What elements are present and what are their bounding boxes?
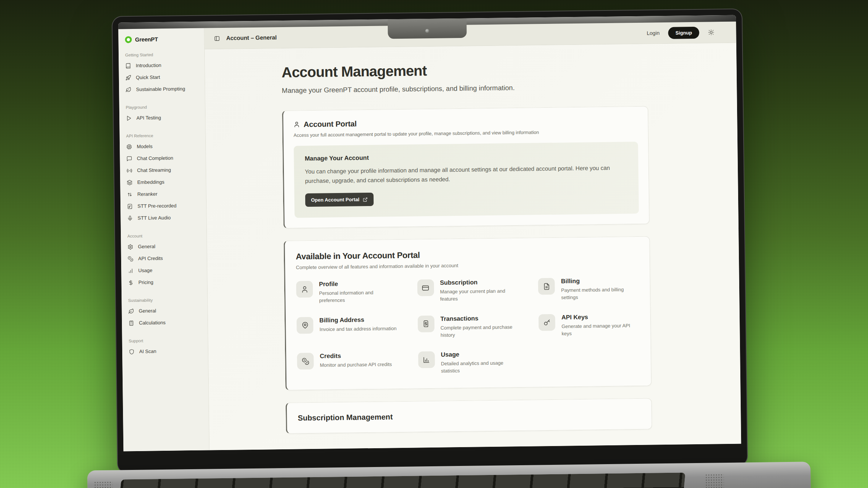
user-icon (296, 281, 313, 298)
sidebar-item-account-usage[interactable]: Usage (127, 264, 203, 277)
book-icon (125, 63, 131, 69)
gear-icon (127, 244, 133, 250)
feature-description: Invoice and tax address information (319, 325, 396, 333)
sidebar-item-api-reference-models[interactable]: Models (125, 140, 202, 153)
sidebar-item-account-general[interactable]: General (127, 240, 203, 253)
coins-icon (297, 353, 314, 370)
sidebar-section-label: API Reference (126, 133, 202, 138)
sidebar-section-label: Account (127, 233, 203, 239)
open-account-portal-label: Open Account Portal (311, 197, 359, 203)
sort-arrows-icon (127, 192, 133, 197)
content-scroll-area[interactable]: Account Management Manage your GreenPT a… (205, 43, 741, 450)
play-icon (126, 115, 132, 121)
file-text-icon (538, 278, 555, 295)
sidebar-item-getting-started-quick-start[interactable]: Quick Start (125, 71, 201, 84)
panel-left-icon[interactable] (214, 35, 220, 42)
feature-api-keys: API KeysGenerate and manage your API key… (539, 313, 639, 338)
sidebar-section-getting-started: Getting StartedIntroductionQuick StartSu… (124, 52, 201, 96)
subscription-management-card: Subscription Management (286, 398, 652, 433)
sidebar-item-api-reference-stt-pre-recorded[interactable]: STT Pre-recorded (126, 200, 203, 213)
layers-icon (127, 180, 132, 185)
sidebar-section-label: Getting Started (125, 52, 201, 57)
sidebar-section-label: Support (129, 338, 204, 343)
dollar-icon (128, 280, 134, 286)
sidebar-item-api-reference-stt-live-audio[interactable]: STT Live Audio (126, 211, 203, 224)
sidebar: GreenPT Getting StartedIntroductionQuick… (118, 28, 209, 451)
account-portal-card: Account Portal Access your full account … (282, 106, 650, 229)
feature-title: Billing Address (319, 316, 396, 324)
mic-icon (127, 215, 133, 221)
greenpt-logo-icon (125, 36, 132, 43)
feature-title: Transactions (441, 314, 519, 323)
sidebar-item-account-api-credits[interactable]: API Credits (127, 252, 203, 265)
signup-button[interactable]: Signup (668, 26, 699, 39)
account-portal-description: Access your full account management port… (294, 128, 638, 138)
account-portal-title: Account Portal (303, 119, 357, 129)
sidebar-section-api-reference: API ReferenceModelsChat CompletionChat S… (125, 133, 203, 224)
sidebar-section-support: SupportAI Scan (128, 338, 205, 358)
feature-credits: CreditsMonitor and purchase API credits (297, 352, 398, 377)
sidebar-item-getting-started-introduction[interactable]: Introduction (124, 59, 201, 72)
rocket-icon (125, 75, 131, 81)
feature-usage: UsageDetailed analytics and usage statis… (418, 350, 519, 375)
feature-title: Usage (441, 350, 519, 359)
chat-icon (126, 156, 132, 162)
audio-file-icon (127, 204, 133, 209)
feature-title: API Keys (561, 313, 639, 321)
sidebar-item-account-pricing[interactable]: Pricing (127, 276, 204, 289)
chart-column-icon (418, 351, 435, 368)
feature-description: Generate and manage your API keys (561, 322, 639, 338)
sidebar-section-account: AccountGeneralAPI CreditsUsagePricing (127, 233, 204, 289)
subscription-management-title: Subscription Management (298, 410, 641, 423)
sidebar-item-support-ai-scan[interactable]: AI Scan (128, 345, 204, 358)
receipt-icon (418, 316, 435, 333)
manage-account-panel: Manage Your Account You can change your … (294, 142, 639, 218)
feature-billing-address: Billing AddressInvoice and tax address i… (297, 316, 397, 341)
sidebar-item-getting-started-sustainable-prompting[interactable]: Sustainable Prompting (125, 83, 201, 96)
main-area: Account – General Login Signup Account M… (204, 22, 741, 450)
sidebar-item-sustainability-calculations[interactable]: Calculations (128, 316, 204, 329)
portal-features-grid: ProfilePersonal information and preferen… (296, 277, 640, 377)
sidebar-item-api-reference-chat-completion[interactable]: Chat Completion (125, 152, 202, 165)
shield-icon (129, 348, 135, 354)
brand-name: GreenPT (135, 36, 158, 43)
speaker-grille-left (94, 481, 113, 488)
account-portal-card-header: Account Portal (293, 116, 638, 129)
feature-title: Profile (319, 280, 397, 288)
sidebar-section-label: Sustainability (128, 297, 204, 303)
topbar-left: Account – General (214, 34, 277, 42)
bar-chart-icon (128, 268, 133, 274)
sidebar-section-label: Playground (126, 104, 201, 110)
open-account-portal-button[interactable]: Open Account Portal (305, 193, 374, 207)
webcam-icon (425, 29, 429, 33)
speaker-grille-right (705, 474, 724, 488)
feature-description: Detailed analytics and usage statistics (441, 359, 519, 375)
sidebar-item-api-reference-embeddings[interactable]: Embeddings (126, 176, 202, 189)
calculator-icon (128, 320, 134, 326)
map-pin-icon (297, 317, 314, 334)
sidebar-item-api-reference-chat-streaming[interactable]: Chat Streaming (126, 164, 202, 177)
feature-description: Payment methods and billing settings (561, 286, 639, 301)
portal-features-subtitle: Complete overview of all features and in… (296, 261, 639, 270)
sidebar-item-playground-api-testing[interactable]: API Testing (125, 111, 201, 124)
feature-description: Monitor and purchase API credits (320, 361, 392, 369)
screen-notch (388, 18, 467, 39)
feature-subscription: SubscriptionManage your current plan and… (417, 278, 518, 303)
keyboard (116, 472, 685, 488)
sidebar-sections: Getting StartedIntroductionQuick StartSu… (124, 52, 204, 358)
sun-icon[interactable] (708, 29, 714, 35)
portal-features-title: Available in Your Account Portal (296, 248, 639, 262)
feature-profile: ProfilePersonal information and preferen… (296, 280, 397, 305)
feature-description: Personal information and preferences (319, 289, 397, 304)
page-subtitle: Manage your GreenPT account profile, sub… (282, 82, 648, 95)
feature-title: Credits (320, 352, 392, 360)
laptop-display: GreenPT Getting StartedIntroductionQuick… (118, 15, 741, 451)
brand-logo[interactable]: GreenPT (124, 35, 200, 43)
login-link[interactable]: Login (647, 30, 660, 36)
portal-features-card: Available in Your Account Portal Complet… (284, 236, 651, 390)
sidebar-item-api-reference-reranker[interactable]: Reranker (126, 188, 203, 201)
sidebar-section-playground: PlaygroundAPI Testing (125, 104, 202, 124)
feature-title: Billing (561, 277, 639, 285)
credit-card-icon (417, 279, 434, 296)
sidebar-item-sustainability-general[interactable]: General (127, 304, 204, 317)
